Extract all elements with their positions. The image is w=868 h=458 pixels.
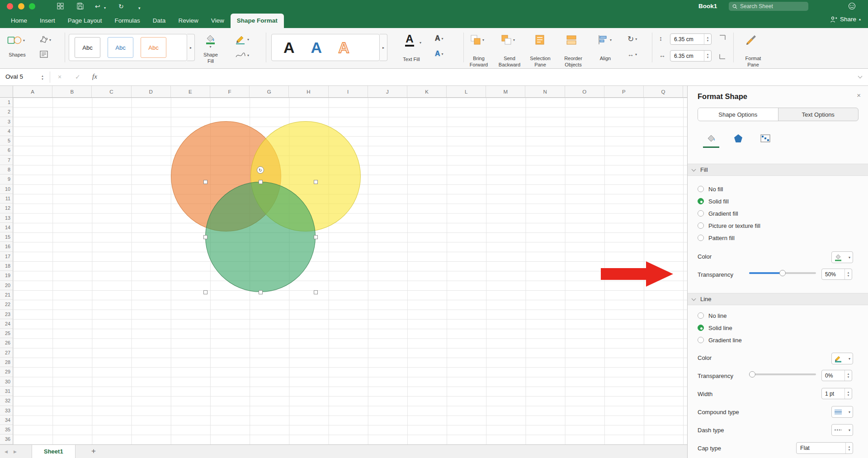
cancel-entry-button[interactable]: × (58, 73, 61, 80)
share-button[interactable]: Share ▴ (830, 16, 861, 23)
shape-effects-button[interactable]: ▾ (235, 52, 249, 59)
shape-style-preset-3[interactable]: Abc (141, 37, 166, 58)
line-transparency-field[interactable]: 0% ▲▼ (821, 370, 852, 381)
line-option-gradient-line[interactable]: Gradient line (698, 335, 742, 345)
slider-track[interactable] (749, 373, 816, 375)
row-header-11[interactable]: 11 (0, 194, 13, 203)
tab-view[interactable]: View (205, 14, 231, 28)
text-fill-dropdown-icon[interactable]: ▾ (420, 41, 421, 45)
row-header-34[interactable]: 34 (0, 416, 13, 425)
shapes-button[interactable]: ▾ (7, 34, 25, 46)
fill-option-no-fill[interactable]: No fill (698, 184, 723, 194)
column-header-Q[interactable]: Q (644, 86, 683, 97)
line-color-button[interactable]: ▾ (831, 353, 853, 364)
fill-color-button[interactable]: ▾ (831, 251, 853, 263)
column-header-K[interactable]: K (407, 86, 447, 97)
selection-handle-5[interactable] (314, 235, 318, 239)
column-header-E[interactable]: E (171, 86, 210, 97)
row-header-36[interactable]: 36 (0, 434, 13, 444)
row-header-5[interactable]: 5 (0, 136, 13, 146)
grid-area[interactable]: 1234567891011121314151617181920212223242… (0, 98, 687, 444)
fill-section-header[interactable]: Fill (688, 164, 868, 176)
line-width-field[interactable]: 1 pt ▲▼ (821, 388, 852, 399)
column-header-P[interactable]: P (604, 86, 644, 97)
column-header-F[interactable]: F (210, 86, 250, 97)
name-box-stepper[interactable]: ▲▼ (39, 72, 46, 82)
line-transparency-stepper[interactable]: ▲▼ (844, 370, 852, 381)
line-width-stepper[interactable]: ▲▼ (844, 388, 852, 399)
row-header-29[interactable]: 29 (0, 367, 13, 377)
shape-height-field[interactable]: 6.35 cm ▲▼ (670, 33, 712, 45)
send-backward-button[interactable]: ▾ (501, 34, 515, 45)
row-header-6[interactable]: 6 (0, 146, 13, 155)
column-header-M[interactable]: M (486, 86, 525, 97)
row-header-15[interactable]: 15 (0, 232, 13, 242)
minimize-window-button[interactable] (18, 3, 24, 9)
column-header-I[interactable]: I (329, 86, 368, 97)
name-box[interactable]: Oval 5 (5, 73, 23, 80)
shape-fill-button[interactable]: ▾ (204, 33, 217, 49)
fill-option-pattern-fill[interactable]: Pattern fill (698, 233, 735, 242)
tab-formulas[interactable]: Formulas (108, 14, 146, 28)
wordart-style-3[interactable]: A (338, 40, 349, 55)
selection-pane-button[interactable] (534, 34, 545, 45)
shape-height-stepper[interactable]: ▲▼ (704, 34, 711, 44)
shape-width-stepper[interactable]: ▲▼ (704, 51, 711, 61)
column-header-L[interactable]: L (447, 86, 486, 97)
row-header-27[interactable]: 27 (0, 348, 13, 358)
row-header-8[interactable]: 8 (0, 165, 13, 175)
row-header-24[interactable]: 24 (0, 319, 13, 329)
column-header-J[interactable]: J (368, 86, 407, 97)
row-header-28[interactable]: 28 (0, 358, 13, 367)
column-header-C[interactable]: C (92, 86, 131, 97)
add-sheet-button[interactable]: + (89, 446, 99, 456)
tab-home[interactable]: Home (5, 14, 33, 28)
toolbar-options-icon[interactable]: ▾ (138, 4, 141, 13)
text-outline-button[interactable]: A ▾ (435, 34, 443, 42)
selection-handle-2[interactable] (259, 180, 263, 184)
row-header-13[interactable]: 13 (0, 213, 13, 223)
row-header-18[interactable]: 18 (0, 261, 13, 271)
row-header-26[interactable]: 26 (0, 338, 13, 348)
selection-handle-7[interactable] (259, 290, 263, 294)
pane-close-icon[interactable]: × (857, 91, 861, 99)
fill-transparency-stepper[interactable]: ▲▼ (844, 269, 852, 279)
tab-page-layout[interactable]: Page Layout (61, 14, 108, 28)
next-sheet-icon[interactable]: ▶ (14, 449, 17, 454)
tab-size-properties[interactable] (755, 129, 775, 148)
selection-handle-6[interactable] (203, 290, 208, 294)
selection-handle-3[interactable] (314, 180, 318, 184)
row-header-23[interactable]: 23 (0, 310, 13, 319)
shape-style-preset-2[interactable]: Abc (108, 37, 133, 58)
column-header-A[interactable]: A (13, 86, 52, 97)
confirm-entry-button[interactable]: ✓ (75, 73, 80, 80)
redo-icon[interactable]: ↻ (118, 2, 124, 11)
bring-forward-button[interactable]: ▾ (470, 34, 484, 45)
column-header-G[interactable]: G (250, 86, 289, 97)
oval-shape-green-selected[interactable] (205, 182, 316, 292)
line-section-header[interactable]: Line (688, 293, 868, 305)
line-option-no-line[interactable]: No line (698, 311, 726, 320)
shape-style-more-button[interactable]: ▸ (187, 34, 195, 61)
search-input[interactable]: Search Sheet (729, 2, 808, 11)
formula-bar-collapse-icon[interactable] (858, 74, 863, 79)
rotation-handle[interactable]: ↻ (257, 166, 264, 174)
shape-width-field[interactable]: 6.35 cm ▲▼ (670, 50, 712, 61)
line-transparency-slider[interactable] (749, 370, 816, 379)
line-option-solid-line[interactable]: Solid line (698, 323, 732, 332)
fill-option-gradient-fill[interactable]: Gradient fill (698, 209, 738, 218)
pane-tab-text-options[interactable]: Text Options (778, 108, 859, 121)
column-header-O[interactable]: O (565, 86, 604, 97)
slider-knob[interactable] (779, 270, 786, 276)
zoom-window-button[interactable] (29, 3, 35, 9)
text-effects-button[interactable]: A ▾ (435, 50, 443, 58)
dash-type-button[interactable]: ▾ (831, 424, 853, 436)
row-header-32[interactable]: 32 (0, 396, 13, 406)
row-header-35[interactable]: 35 (0, 425, 13, 434)
fill-transparency-slider[interactable] (749, 269, 816, 278)
column-header-N[interactable]: N (525, 86, 565, 97)
fill-transparency-field[interactable]: 50% ▲▼ (821, 269, 852, 280)
reorder-objects-button[interactable] (566, 34, 577, 45)
text-fill-button[interactable]: A (405, 33, 414, 47)
tab-fill-and-line[interactable] (701, 129, 721, 148)
